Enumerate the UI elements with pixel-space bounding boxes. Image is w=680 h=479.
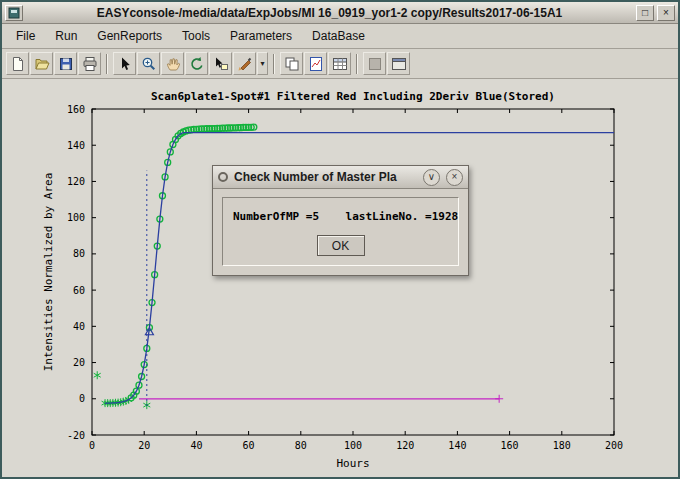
close-button[interactable]: × — [657, 5, 675, 21]
brush-dropdown-icon: ▾ — [260, 59, 264, 68]
app-window: EASYconsole-/media/data/ExpJobs/MI 16_09… — [0, 0, 680, 479]
window-title: EASYconsole-/media/data/ExpJobs/MI 16_09… — [26, 6, 633, 20]
check-number-dialog: Check Number of Master Pla ∨ × NumberOfM… — [212, 165, 469, 276]
svg-text:140: 140 — [67, 140, 85, 151]
dialog-message: NumberOfMP =5 lastLineNo. =1928 — [233, 210, 448, 223]
menu-genreports[interactable]: GenReports — [87, 25, 172, 47]
svg-text:40: 40 — [73, 321, 85, 332]
svg-text:Scan6plate1-Spot#1 Filtered Re: Scan6plate1-Spot#1 Filtered Red Includin… — [151, 90, 555, 103]
print-button[interactable] — [78, 52, 101, 75]
plot-canvas[interactable]: 020406080100120140160180200-200204060801… — [2, 79, 678, 478]
svg-text:120: 120 — [396, 440, 414, 451]
save-icon — [58, 56, 74, 72]
data-grid-icon — [332, 56, 348, 72]
copy-figure-button[interactable] — [280, 52, 303, 75]
dialog-panel: NumberOfMP =5 lastLineNo. =1928 OK — [222, 197, 459, 266]
dialog-title: Check Number of Master Pla — [234, 170, 417, 184]
svg-text:160: 160 — [67, 104, 85, 115]
save-button[interactable] — [54, 52, 77, 75]
zoom-in-icon — [141, 56, 157, 72]
data-grid-button[interactable] — [328, 52, 351, 75]
toolbar: ▾ — [2, 49, 678, 79]
svg-text:100: 100 — [344, 440, 362, 451]
new-document-button[interactable] — [6, 52, 29, 75]
svg-text:160: 160 — [501, 440, 519, 451]
blank-square-button[interactable] — [363, 52, 386, 75]
svg-text:Intensities Normalized by Area: Intensities Normalized by Area — [42, 173, 55, 372]
menu-parameters[interactable]: Parameters — [220, 25, 302, 47]
svg-text:-20: -20 — [67, 430, 85, 441]
rotate-icon — [189, 56, 205, 72]
window-layout-button[interactable] — [387, 52, 410, 75]
data-cursor-icon — [213, 56, 229, 72]
new-document-icon — [10, 56, 26, 72]
svg-text:80: 80 — [295, 440, 307, 451]
pan-hand-button[interactable] — [161, 52, 184, 75]
ok-button[interactable]: OK — [317, 235, 365, 256]
copy-figure-icon — [284, 56, 300, 72]
print-icon — [82, 56, 98, 72]
app-icon — [8, 7, 20, 19]
svg-text:120: 120 — [67, 176, 85, 187]
svg-text:40: 40 — [190, 440, 202, 451]
window-title-bar[interactable]: EASYconsole-/media/data/ExpJobs/MI 16_09… — [2, 2, 678, 24]
svg-text:20: 20 — [138, 440, 150, 451]
svg-text:0: 0 — [89, 440, 95, 451]
rotate-button[interactable] — [185, 52, 208, 75]
dialog-close-button[interactable]: × — [446, 169, 463, 186]
toolbar-separator — [106, 54, 108, 74]
menu-bar: File Run GenReports Tools Parameters Dat… — [2, 24, 678, 49]
svg-text:60: 60 — [243, 440, 255, 451]
dialog-title-bar[interactable]: Check Number of Master Pla ∨ × — [213, 166, 468, 189]
selection-cursor-button[interactable] — [113, 52, 136, 75]
open-folder-button[interactable] — [30, 52, 53, 75]
paint-brush-button[interactable] — [233, 52, 256, 75]
dialog-collapse-button[interactable]: ∨ — [423, 169, 440, 186]
toolbar-separator — [273, 54, 275, 74]
svg-text:60: 60 — [73, 285, 85, 296]
window-layout-icon — [391, 56, 407, 72]
blank-square-icon — [367, 56, 383, 72]
window-menu-button[interactable] — [5, 5, 23, 21]
selection-cursor-icon — [117, 56, 133, 72]
svg-text:180: 180 — [553, 440, 571, 451]
zoom-in-button[interactable] — [137, 52, 160, 75]
svg-text:100: 100 — [67, 212, 85, 223]
menu-tools[interactable]: Tools — [172, 25, 220, 47]
svg-text:80: 80 — [73, 248, 85, 259]
data-cursor-button[interactable] — [209, 52, 232, 75]
svg-text:140: 140 — [448, 440, 466, 451]
brush-dropdown-button[interactable]: ▾ — [257, 52, 268, 75]
menu-database[interactable]: DataBase — [302, 25, 375, 47]
svg-text:200: 200 — [605, 440, 623, 451]
menu-run[interactable]: Run — [45, 25, 87, 47]
toolbar-separator — [356, 54, 358, 74]
paint-brush-icon — [237, 56, 253, 72]
svg-text:Hours: Hours — [336, 457, 369, 470]
menu-file[interactable]: File — [6, 25, 45, 47]
pan-hand-icon — [165, 56, 181, 72]
dialog-body: NumberOfMP =5 lastLineNo. =1928 OK — [213, 189, 468, 275]
maximize-button[interactable]: □ — [636, 5, 654, 21]
svg-text:20: 20 — [73, 357, 85, 368]
figure-area: 020406080100120140160180200-200204060801… — [2, 79, 678, 477]
svg-text:0: 0 — [79, 393, 85, 404]
dialog-option-icon — [218, 172, 228, 182]
figure-document-button[interactable] — [304, 52, 327, 75]
open-folder-icon — [34, 56, 50, 72]
figure-document-icon — [308, 56, 324, 72]
